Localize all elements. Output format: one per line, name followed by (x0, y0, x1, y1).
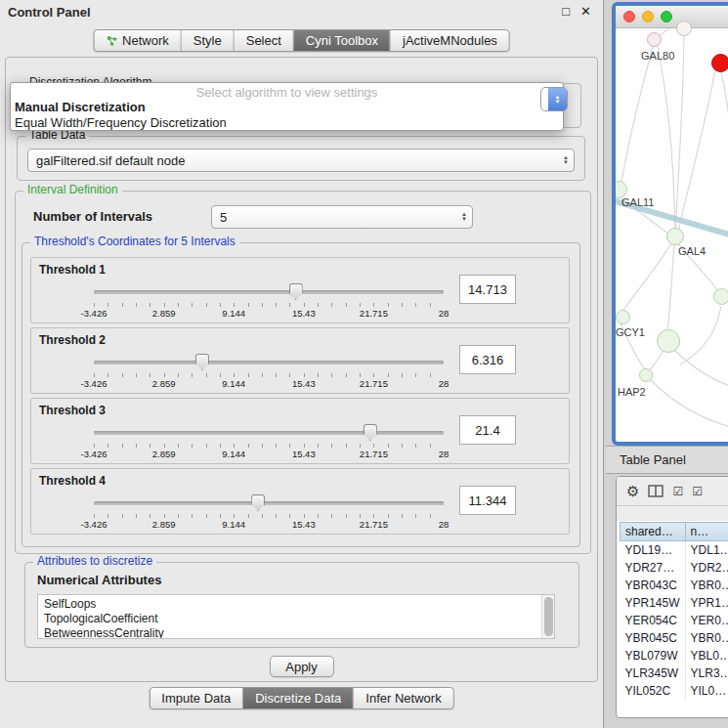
top-tab-bar: Network Style Select Cyni Toolbox jActiv… (93, 29, 510, 52)
tab-jactivemnodules[interactable]: jActiveMNodules (391, 30, 509, 51)
tab-impute-data[interactable]: Impute Data (150, 688, 243, 708)
minimize-button[interactable] (642, 11, 654, 22)
slider-thumb[interactable] (195, 354, 209, 370)
table-cell[interactable]: YBR045C (621, 629, 686, 647)
tab-style[interactable]: Style (182, 30, 235, 51)
network-canvas[interactable]: GAL80 GAL11 GAL4 GCY1 HAP2 (616, 28, 728, 419)
threshold-4-value-input[interactable]: 11.344 (459, 486, 516, 515)
network-node-label: GCY1 (616, 326, 645, 338)
table-cell[interactable]: YIL0… (685, 682, 728, 700)
threshold-1-slider[interactable] (94, 283, 444, 301)
column-header-name[interactable]: n… (685, 523, 728, 541)
tab-network[interactable]: Network (94, 30, 182, 51)
threshold-1-value-input[interactable]: 14.713 (459, 275, 516, 304)
scale-tick-label: 28 (439, 378, 450, 389)
settings-gear-icon[interactable]: ⚙ (626, 483, 639, 500)
table-cell[interactable]: YDL19… (621, 541, 686, 560)
list-scrollbar[interactable] (541, 595, 554, 638)
slider-track (94, 290, 444, 294)
table-row[interactable]: YIL052CYIL0… (621, 682, 728, 700)
list-item[interactable]: BetweennessCentrality (44, 626, 548, 639)
list-item[interactable]: TopologicalCoefficient (44, 612, 548, 626)
table-cell[interactable]: YER0… (685, 612, 728, 629)
tab-label: Cyni Toolbox (306, 33, 378, 48)
network-node[interactable] (639, 368, 653, 382)
number-of-intervals-select[interactable]: 5 ▲▼ (211, 205, 473, 229)
table-data-selected-value: galFiltered.sif default node (36, 153, 185, 168)
tab-discretize-data[interactable]: Discretize Data (243, 688, 354, 708)
tab-infer-network[interactable]: Infer Network (354, 688, 452, 708)
table-row[interactable]: YPR145WYPR1… (621, 594, 728, 612)
table-cell[interactable]: YDR2… (685, 559, 728, 577)
table-row[interactable]: YER054CYER0… (621, 612, 728, 629)
zoom-button[interactable] (661, 11, 672, 22)
table-cell[interactable]: YLR345W (621, 664, 686, 682)
tab-label: Style (193, 33, 222, 48)
tab-cyni-toolbox[interactable]: Cyni Toolbox (294, 30, 391, 51)
table-cell[interactable]: YBL0… (685, 647, 728, 664)
apply-button[interactable]: Apply (270, 656, 334, 677)
table-row[interactable]: YLR345WYLR3… (621, 664, 728, 682)
table-cell[interactable]: YIL052C (621, 682, 686, 700)
algorithm-popup-list: Manual DiscretizationEqual Width/Frequen… (11, 100, 563, 131)
table-cell[interactable]: YPR145W (621, 594, 686, 612)
table-cell[interactable]: YER054C (621, 612, 686, 629)
slider-thumb[interactable] (251, 494, 265, 511)
slider-thumb[interactable] (289, 283, 303, 300)
slider-thumb[interactable] (364, 424, 377, 441)
threshold-2-value-input[interactable]: 6.316 (459, 345, 516, 374)
column-header-shared-name[interactable]: shared… (621, 523, 686, 541)
table-row[interactable]: YDR27…YDR2… (621, 559, 728, 577)
table-data-group: Table Data galFiltered.sif default node … (17, 136, 585, 181)
columns-icon[interactable] (648, 485, 664, 497)
table-cell[interactable]: YBR043C (621, 577, 686, 594)
table-cell[interactable]: YBR0… (685, 577, 728, 594)
network-node[interactable] (666, 228, 684, 245)
list-item[interactable]: SelfLoops (44, 597, 548, 612)
scale-tick-label: 28 (439, 519, 450, 530)
popup-item[interactable]: Equal Width/Frequency Discretization (11, 115, 563, 131)
network-node[interactable] (713, 288, 728, 305)
threshold-2-slider[interactable] (94, 354, 444, 371)
table-cell[interactable]: YBR0… (685, 629, 728, 647)
table-row[interactable]: YBR045CYBR0… (621, 629, 728, 647)
interval-definition-group: Interval Definition Number of Intervals … (15, 191, 591, 554)
table-cell[interactable]: YLR3… (685, 664, 728, 682)
table-cell[interactable]: YPR1… (685, 594, 728, 612)
algorithm-popup-placeholder: Select algorithm to view settings (11, 83, 563, 100)
table-cell[interactable]: YDR27… (621, 559, 686, 577)
network-node[interactable] (647, 32, 662, 47)
tab-select[interactable]: Select (235, 30, 294, 51)
float-window-icon[interactable]: □ (562, 4, 570, 19)
tab-label: Discretize Data (255, 691, 341, 706)
table-row[interactable]: YBR043CYBR0… (621, 577, 728, 594)
numerical-attributes-list[interactable]: SelfLoopsTopologicalCoefficientBetweenne… (37, 594, 555, 639)
checkbox-icon[interactable]: ☑ (692, 485, 703, 498)
thresholds-group-title: Threshold's Coordinates for 5 Intervals (30, 235, 239, 248)
table-row[interactable]: YDL19…YDL1… (621, 541, 728, 560)
table-row[interactable]: YBL079WYBL0… (621, 647, 728, 664)
scale-tick-label: -3.426 (81, 378, 107, 389)
table-cell[interactable]: YBL079W (621, 647, 686, 664)
threshold-4-slider[interactable] (94, 494, 444, 512)
network-node[interactable] (616, 310, 630, 324)
table-data-select[interactable]: galFiltered.sif default node ▲▼ (27, 149, 575, 172)
network-node[interactable] (657, 329, 680, 353)
network-node[interactable] (676, 21, 692, 36)
attributes-group: Attributes to discretize Numerical Attri… (24, 562, 579, 648)
scrollbar-thumb[interactable] (544, 597, 553, 636)
threshold-3-slider[interactable] (94, 424, 444, 442)
popup-item[interactable]: Manual Discretization (11, 100, 563, 115)
scale-tick-label: 2.859 (152, 519, 176, 530)
tab-label: Select (246, 33, 281, 48)
network-node[interactable] (711, 54, 728, 72)
close-button[interactable] (623, 11, 635, 22)
threshold-panel-3: Threshold 3 -3.4262.8599.14415.4321.7152… (30, 398, 570, 464)
scale-tick-label: 21.715 (360, 519, 388, 530)
algorithm-select-button[interactable]: ▲▼ (540, 87, 568, 111)
checkbox-icon[interactable]: ☑ (672, 485, 683, 498)
threshold-3-value-input[interactable]: 21.4 (459, 415, 516, 445)
table-cell[interactable]: YDL1… (685, 541, 728, 560)
close-icon[interactable]: ✕ (580, 4, 591, 19)
number-of-intervals-label: Number of Intervals (33, 209, 152, 224)
